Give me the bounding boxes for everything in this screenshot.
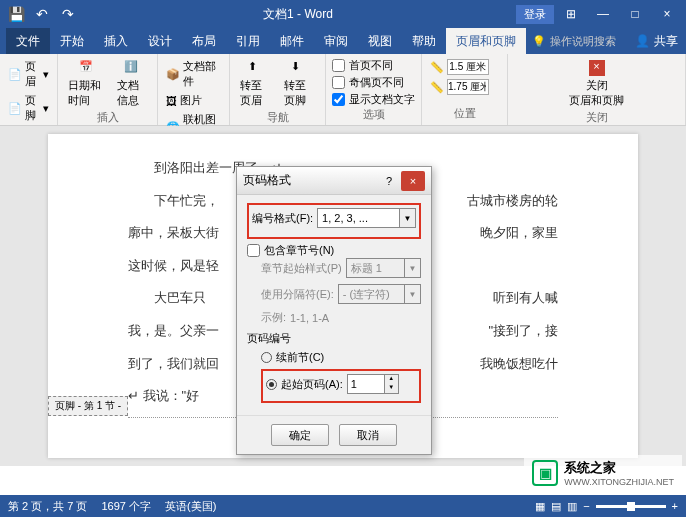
diff-first-checkbox[interactable]: 首页不同 xyxy=(332,58,415,73)
separator-combo: - (连字符)▼ xyxy=(338,284,421,304)
ribbon-opts[interactable]: ⊞ xyxy=(556,0,586,28)
menu-tab-2[interactable]: 插入 xyxy=(94,28,138,54)
tell-me-search[interactable]: 💡 操作说明搜索 xyxy=(532,28,616,54)
datetime-button[interactable]: 📅日期和时间 xyxy=(64,58,109,110)
separator-value: - (连字符) xyxy=(343,287,390,302)
picture-label: 图片 xyxy=(180,93,202,108)
minimize-button[interactable]: — xyxy=(588,0,618,28)
zoom-slider[interactable] xyxy=(596,505,666,508)
header-top-input[interactable] xyxy=(447,59,489,75)
close-hf-label: 关闭 页眉和页脚 xyxy=(569,78,624,108)
footer-bottom-input[interactable] xyxy=(447,79,489,95)
chapter-style-label: 章节起始样式(P) xyxy=(261,261,342,276)
number-format-combo[interactable]: 1, 2, 3, ... ▼ xyxy=(317,208,416,228)
status-wordcount[interactable]: 1697 个字 xyxy=(101,499,151,514)
footer-section-tag: 页脚 - 第 1 节 - xyxy=(48,396,128,416)
close-icon: × xyxy=(589,60,605,76)
menu-tab-4[interactable]: 布局 xyxy=(182,28,226,54)
watermark-url: WWW.XITONGZHIJIA.NET xyxy=(564,477,674,487)
diff-odd-even-checkbox[interactable]: 奇偶页不同 xyxy=(332,75,415,90)
quick-parts-button[interactable]: 📦 文档部件 xyxy=(164,58,223,90)
group-label-options: 选项 xyxy=(332,107,415,122)
goto-header-button[interactable]: ⬆转至页眉 xyxy=(236,58,276,110)
menu-tab-7[interactable]: 审阅 xyxy=(314,28,358,54)
maximize-button[interactable]: □ xyxy=(620,0,650,28)
docinfo-label: 文档信息 xyxy=(117,78,147,108)
chapter-style-value: 标题 1 xyxy=(351,261,382,276)
menu-tab-1[interactable]: 开始 xyxy=(50,28,94,54)
group-label-nav: 导航 xyxy=(236,110,319,125)
start-at-radio[interactable]: 起始页码(A): 1 ▲▼ xyxy=(266,374,416,394)
footer-button[interactable]: 📄 页脚 ▾ xyxy=(6,92,51,124)
datetime-label: 日期和时间 xyxy=(68,78,105,108)
watermark: ▣ 系统之家 WWW.XITONGZHIJIA.NET xyxy=(524,455,682,491)
menu-tab-5[interactable]: 引用 xyxy=(226,28,270,54)
docinfo-button[interactable]: ℹ️文档信息 xyxy=(113,58,151,110)
gotofooter-label: 转至页脚 xyxy=(284,78,316,108)
radio-selected-icon xyxy=(266,379,277,390)
share-button[interactable]: 👤 共享 xyxy=(635,28,678,54)
status-page[interactable]: 第 2 页，共 7 页 xyxy=(8,499,87,514)
spin-up-icon[interactable]: ▲ xyxy=(385,375,398,384)
number-format-value: 1, 2, 3, ... xyxy=(322,212,368,224)
header-label: 页眉 xyxy=(25,59,40,89)
zoom-out-button[interactable]: − xyxy=(583,500,589,512)
continue-previous-radio[interactable]: 续前节(C) xyxy=(261,350,421,365)
footer-label: 页脚 xyxy=(25,93,40,123)
spin-down-icon[interactable]: ▼ xyxy=(385,384,398,393)
showtext-label: 显示文档文字 xyxy=(349,92,415,107)
share-label: 共享 xyxy=(654,33,678,50)
view-read-icon[interactable]: ▦ xyxy=(535,500,545,513)
zoom-in-button[interactable]: + xyxy=(672,500,678,512)
include-chapter-checkbox[interactable]: 包含章节号(N) xyxy=(247,243,421,258)
diff-oddeven-label: 奇偶页不同 xyxy=(349,75,404,90)
undo-qat[interactable]: ↶ xyxy=(30,2,54,26)
view-print-icon[interactable]: ▤ xyxy=(551,500,561,513)
window-close-button[interactable]: × xyxy=(652,0,682,28)
group-label-close: 关闭 xyxy=(514,110,679,125)
chapter-style-combo: 标题 1▼ xyxy=(346,258,421,278)
menu-tab-8[interactable]: 视图 xyxy=(358,28,402,54)
chevron-down-icon: ▼ xyxy=(404,285,420,303)
example-label: 示例: xyxy=(261,310,286,325)
header-from-top[interactable]: 📏 xyxy=(428,58,501,76)
picture-button[interactable]: 🖼 图片 xyxy=(164,92,223,109)
view-web-icon[interactable]: ▥ xyxy=(567,500,577,513)
ok-button[interactable]: 确定 xyxy=(271,424,329,446)
group-label-insert: 插入 xyxy=(64,110,151,125)
close-headerfooter-button[interactable]: × 关闭 页眉和页脚 xyxy=(514,58,679,110)
include-chapter-label: 包含章节号(N) xyxy=(264,243,334,258)
diff-first-label: 首页不同 xyxy=(349,58,393,73)
cancel-button[interactable]: 取消 xyxy=(339,424,397,446)
start-at-spinner[interactable]: 1 ▲▼ xyxy=(347,374,399,394)
header-button[interactable]: 📄 页眉 ▾ xyxy=(6,58,51,90)
number-format-label: 编号格式(F): xyxy=(252,211,313,226)
menu-tab-9[interactable]: 帮助 xyxy=(402,28,446,54)
tell-me-label: 操作说明搜索 xyxy=(550,34,616,49)
start-at-label: 起始页码(A): xyxy=(281,377,343,392)
status-language[interactable]: 英语(美国) xyxy=(165,499,216,514)
footer-from-bottom[interactable]: 📏 xyxy=(428,78,501,96)
watermark-name: 系统之家 xyxy=(564,459,674,477)
window-title: 文档1 - Word xyxy=(80,6,516,23)
menu-tab-0[interactable]: 文件 xyxy=(6,28,50,54)
menu-tab-6[interactable]: 邮件 xyxy=(270,28,314,54)
menu-tab-10[interactable]: 页眉和页脚 xyxy=(446,28,526,54)
chevron-down-icon: ▼ xyxy=(404,259,420,277)
dialog-close-button[interactable]: × xyxy=(401,171,425,191)
login-button[interactable]: 登录 xyxy=(516,5,554,24)
menu-tab-3[interactable]: 设计 xyxy=(138,28,182,54)
chevron-down-icon[interactable]: ▼ xyxy=(399,209,415,227)
goto-footer-button[interactable]: ⬇转至页脚 xyxy=(280,58,320,110)
save-qat[interactable]: 💾 xyxy=(4,2,28,26)
dialog-help-button[interactable]: ? xyxy=(377,171,401,191)
gotoheader-label: 转至页眉 xyxy=(240,78,272,108)
watermark-logo-icon: ▣ xyxy=(532,460,558,486)
redo-qat[interactable]: ↷ xyxy=(56,2,80,26)
example-value: 1-1, 1-A xyxy=(290,312,329,324)
page-numbering-section: 页码编号 xyxy=(247,331,421,346)
dialog-title: 页码格式 xyxy=(243,172,291,189)
show-doctext-checkbox[interactable]: 显示文档文字 xyxy=(332,92,415,107)
group-label-position: 位置 xyxy=(428,106,501,121)
start-at-value: 1 xyxy=(351,378,357,390)
